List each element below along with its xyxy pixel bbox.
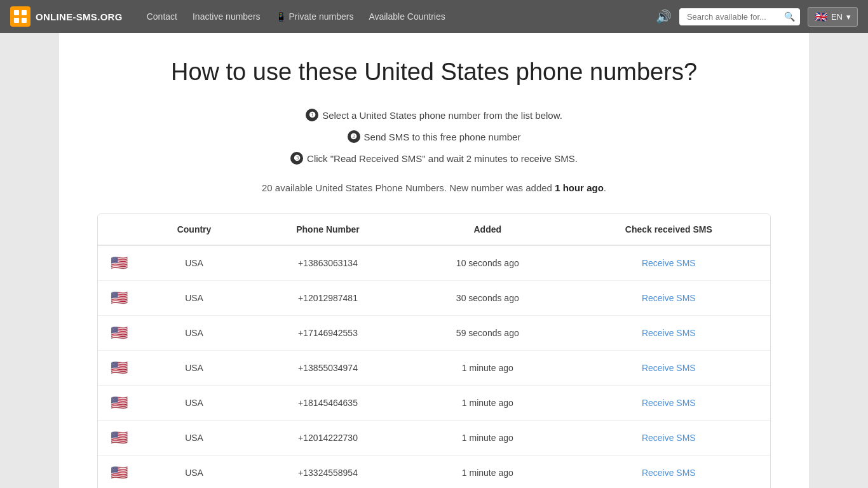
main-nav: Contact Inactive numbers Private numbers… [140, 8, 452, 25]
numbers-table: Country Phone Number Added Check receive… [98, 214, 770, 488]
row-added: 10 seconds ago [408, 245, 567, 281]
row-country: USA [140, 421, 248, 456]
language-button[interactable]: 🇬🇧 EN ▾ [808, 7, 858, 27]
row-added: 1 minute ago [408, 351, 567, 386]
row-added: 1 minute ago [408, 456, 567, 489]
instruction-text-1: Select a United States phone number from… [322, 110, 562, 121]
instructions: ❶ Select a United States phone number fr… [97, 109, 771, 165]
row-country: USA [140, 316, 248, 351]
row-added: 30 seconds ago [408, 281, 567, 316]
receive-sms-link[interactable]: Receive SMS [642, 433, 696, 443]
row-country: USA [140, 386, 248, 421]
table-row: 🇺🇸 USA +13863063134 10 seconds ago Recei… [98, 245, 770, 281]
stats-text: 20 available United States Phone Numbers… [262, 182, 555, 193]
row-phone: +12014222730 [248, 421, 408, 456]
table-row: 🇺🇸 USA +13855034974 1 minute ago Receive… [98, 351, 770, 386]
row-country: USA [140, 281, 248, 316]
brand-logo-link[interactable]: ONLINE-SMS.ORG [10, 6, 123, 27]
svg-rect-0 [14, 10, 19, 15]
stats-end: . [604, 182, 606, 193]
instruction-num-1: ❶ [306, 109, 318, 121]
row-phone: +13863063134 [248, 245, 408, 281]
receive-sms-link[interactable]: Receive SMS [642, 363, 696, 373]
stats-line: 20 available United States Phone Numbers… [97, 182, 771, 193]
receive-sms-link[interactable]: Receive SMS [642, 398, 696, 408]
row-phone: +12012987481 [248, 281, 408, 316]
brand-logo-icon [10, 6, 31, 27]
receive-sms-link[interactable]: Receive SMS [642, 258, 696, 268]
row-flag: 🇺🇸 [98, 245, 140, 281]
svg-rect-1 [22, 10, 27, 15]
nav-countries[interactable]: Available Countries [362, 8, 451, 25]
navbar: ONLINE-SMS.ORG Contact Inactive numbers … [0, 0, 868, 33]
row-flag: 🇺🇸 [98, 456, 140, 489]
search-icon: 🔍 [784, 11, 795, 22]
volume-icon[interactable]: 🔊 [656, 9, 672, 24]
col-phone: Phone Number [248, 214, 408, 245]
row-action[interactable]: Receive SMS [567, 386, 770, 421]
col-country: Country [140, 214, 248, 245]
instruction-num-3: ❸ [290, 152, 303, 165]
row-flag: 🇺🇸 [98, 386, 140, 421]
row-flag: 🇺🇸 [98, 281, 140, 316]
col-action: Check received SMS [567, 214, 770, 245]
lang-label: EN [831, 12, 843, 22]
table-header-row: Country Phone Number Added Check receive… [98, 214, 770, 245]
page-title: How to use these United States phone num… [97, 58, 771, 86]
instruction-1: ❶ Select a United States phone number fr… [97, 109, 771, 121]
nav-inactive[interactable]: Inactive numbers [186, 8, 267, 25]
nav-contact[interactable]: Contact [140, 8, 184, 25]
nav-private[interactable]: Private numbers [269, 8, 360, 25]
row-flag: 🇺🇸 [98, 421, 140, 456]
row-action[interactable]: Receive SMS [567, 456, 770, 489]
svg-rect-3 [22, 18, 27, 23]
stats-time: 1 hour ago [555, 182, 604, 193]
instruction-text-3: Click "Read Received SMS" and wait 2 min… [307, 153, 578, 164]
row-flag: 🇺🇸 [98, 351, 140, 386]
row-country: USA [140, 456, 248, 489]
navbar-right: 🔊 🔍 🇬🇧 EN ▾ [656, 7, 858, 27]
instruction-text-2: Send SMS to this free phone number [364, 132, 521, 142]
instruction-3: ❸ Click "Read Received SMS" and wait 2 m… [97, 152, 771, 165]
table-row: 🇺🇸 USA +12014222730 1 minute ago Receive… [98, 421, 770, 456]
row-flag: 🇺🇸 [98, 316, 140, 351]
receive-sms-link[interactable]: Receive SMS [642, 328, 696, 338]
svg-rect-2 [14, 18, 19, 23]
row-action[interactable]: Receive SMS [567, 281, 770, 316]
row-country: USA [140, 351, 248, 386]
search-input[interactable] [679, 8, 800, 25]
lang-chevron-icon: ▾ [846, 12, 851, 22]
table-row: 🇺🇸 USA +18145464635 1 minute ago Receive… [98, 386, 770, 421]
row-phone: +17146942553 [248, 316, 408, 351]
row-country: USA [140, 245, 248, 281]
row-added: 1 minute ago [408, 386, 567, 421]
brand-name: ONLINE-SMS.ORG [36, 11, 123, 22]
row-added: 59 seconds ago [408, 316, 567, 351]
numbers-table-container: Country Phone Number Added Check receive… [97, 214, 771, 488]
table-row: 🇺🇸 USA +12012987481 30 seconds ago Recei… [98, 281, 770, 316]
row-action[interactable]: Receive SMS [567, 421, 770, 456]
instruction-2: ❷ Send SMS to this free phone number [97, 130, 771, 143]
row-phone: +18145464635 [248, 386, 408, 421]
lang-flag: 🇬🇧 [815, 11, 827, 23]
row-action[interactable]: Receive SMS [567, 245, 770, 281]
row-phone: +13324558954 [248, 456, 408, 489]
receive-sms-link[interactable]: Receive SMS [642, 468, 696, 478]
col-flag [98, 214, 140, 245]
table-row: 🇺🇸 USA +17146942553 59 seconds ago Recei… [98, 316, 770, 351]
row-phone: +13855034974 [248, 351, 408, 386]
main-content: How to use these United States phone num… [59, 33, 809, 488]
row-added: 1 minute ago [408, 421, 567, 456]
receive-sms-link[interactable]: Receive SMS [642, 293, 696, 303]
table-row: 🇺🇸 USA +13324558954 1 minute ago Receive… [98, 456, 770, 489]
row-action[interactable]: Receive SMS [567, 316, 770, 351]
row-action[interactable]: Receive SMS [567, 351, 770, 386]
search-box: 🔍 [679, 8, 800, 25]
col-added: Added [408, 214, 567, 245]
instruction-num-2: ❷ [348, 130, 360, 143]
